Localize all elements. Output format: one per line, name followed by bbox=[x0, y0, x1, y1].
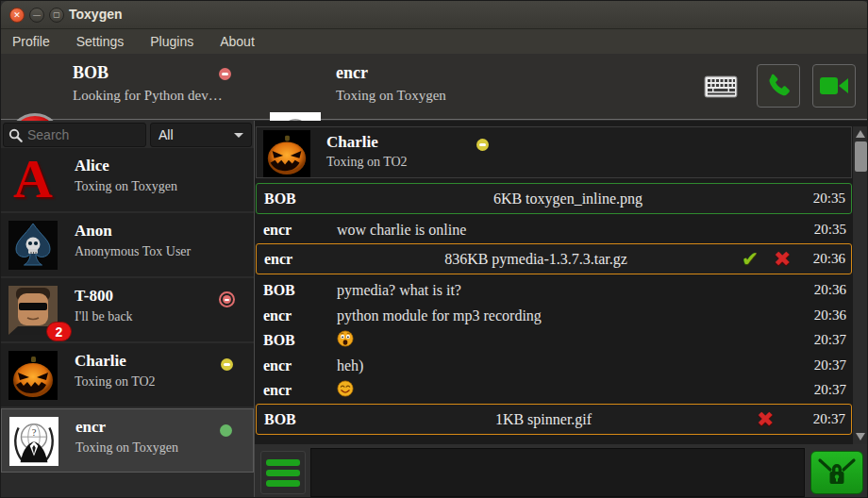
search-icon bbox=[8, 128, 23, 142]
message-time: 20:36 bbox=[798, 251, 851, 267]
message-time: 20:36 bbox=[799, 307, 852, 324]
contact-status-message: Toxing on Toxygen bbox=[75, 440, 178, 456]
accept-file-button[interactable]: ✔ bbox=[734, 249, 766, 270]
message-sender: BOB bbox=[257, 411, 338, 428]
contact-status-message: I'll be back bbox=[75, 309, 133, 324]
unread-count-badge: 2 bbox=[46, 322, 72, 341]
decline-file-button[interactable]: ✖ bbox=[766, 249, 798, 270]
message-row: encr heh) 20:37 bbox=[256, 353, 852, 378]
menu-about[interactable]: About bbox=[220, 34, 255, 49]
message-sender: BOB bbox=[256, 282, 337, 299]
audio-call-button[interactable] bbox=[757, 64, 800, 108]
menu-icon-bar bbox=[266, 480, 300, 487]
pumpkin-icon bbox=[8, 351, 58, 400]
phone-icon bbox=[764, 72, 793, 100]
self-name: BOB bbox=[73, 63, 108, 83]
svg-text:?: ? bbox=[32, 427, 37, 438]
contact-name: Alice bbox=[75, 157, 109, 175]
menu-profile[interactable]: Profile bbox=[12, 34, 50, 49]
pumpkin-icon bbox=[263, 130, 310, 177]
encr-avatar: ? bbox=[9, 417, 58, 466]
contact-name: Anon bbox=[75, 222, 112, 241]
active-contact-status-message: Toxing on Toxygen bbox=[336, 88, 446, 104]
contact-name: Charlie bbox=[75, 352, 126, 371]
chat-scrollbar[interactable] bbox=[853, 126, 868, 444]
message-sender: BOB bbox=[256, 332, 337, 349]
anonymous-avatar-icon: ? bbox=[9, 417, 58, 466]
message-input[interactable] bbox=[310, 448, 805, 497]
menu-settings[interactable]: Settings bbox=[76, 34, 125, 49]
titlebar[interactable]: ✕ — ▢ Toxygen bbox=[1, 1, 868, 29]
chat-area: Charlie Toxing on TO2 BOB 6KB toxygen_in… bbox=[254, 121, 868, 444]
header: B BOB Looking for Python dev… ? encr Tox… bbox=[1, 54, 868, 120]
contact-alice[interactable]: A Alice Toxing on Toxygen bbox=[1, 148, 254, 212]
message-emoji bbox=[337, 380, 799, 401]
window-title: Toxygen bbox=[69, 7, 123, 22]
attachments-menu-button[interactable] bbox=[260, 451, 306, 494]
menu-icon-bar bbox=[266, 470, 300, 476]
message-emoji bbox=[337, 330, 799, 351]
status-away-icon bbox=[221, 358, 233, 371]
video-call-button[interactable] bbox=[812, 64, 856, 108]
scared-emoji-icon bbox=[337, 330, 354, 347]
send-button[interactable] bbox=[810, 451, 863, 494]
minimize-window-icon[interactable]: — bbox=[29, 8, 44, 23]
smiling-emoji-icon bbox=[337, 380, 354, 397]
file-transfer-row: BOB 6KB toxygen_inline.png 20:35 bbox=[256, 183, 852, 214]
contact-status-message: Toxing on TO2 bbox=[75, 374, 156, 390]
alice-avatar-letter: A bbox=[8, 156, 58, 205]
menu-plugins[interactable]: Plugins bbox=[150, 34, 193, 49]
status-online-icon bbox=[220, 424, 232, 437]
message-row: BOB 20:37 bbox=[256, 327, 852, 353]
message-time: 20:35 bbox=[798, 191, 851, 207]
message-time: 20:37 bbox=[798, 411, 851, 427]
search-box[interactable] bbox=[3, 123, 146, 147]
menubar: Profile Settings Plugins About bbox=[1, 29, 868, 54]
toxygen-window: ✕ — ▢ Toxygen Profile Settings Plugins A… bbox=[0, 0, 868, 498]
scrollbar-thumb[interactable] bbox=[855, 141, 867, 172]
notification-status-message: Toxing on TO2 bbox=[326, 155, 408, 170]
friend-online-notification[interactable]: Charlie Toxing on TO2 bbox=[256, 126, 852, 178]
message-time: 20:36 bbox=[799, 282, 852, 298]
contact-encr[interactable]: ? encr Toxing on Toxygen bbox=[1, 408, 254, 473]
contact-charlie[interactable]: Charlie Toxing on TO2 bbox=[1, 343, 254, 407]
video-camera-icon bbox=[819, 74, 849, 98]
chevron-down-icon bbox=[234, 133, 243, 138]
message-time: 20:37 bbox=[799, 382, 852, 398]
keyboard-glyph bbox=[704, 75, 738, 98]
active-contact-name: encr bbox=[336, 63, 368, 83]
self-status-busy-icon[interactable] bbox=[219, 68, 231, 80]
message-text: python module for mp3 recording bbox=[337, 307, 799, 324]
message-row: BOB pymedia? what is it? 20:36 bbox=[256, 277, 852, 303]
message-sender: encr bbox=[257, 251, 338, 268]
composer bbox=[254, 444, 868, 498]
message-text: heh) bbox=[337, 357, 799, 374]
message-text: wow charlie is online bbox=[337, 222, 799, 239]
contact-filter-value: All bbox=[159, 127, 174, 142]
file-transfer-row: BOB 1KB spinner.gif ✖ 20:37 bbox=[256, 404, 852, 435]
self-status-message: Looking for Python dev… bbox=[73, 88, 222, 104]
close-window-icon[interactable]: ✕ bbox=[9, 8, 25, 23]
message-sender: encr bbox=[256, 357, 337, 374]
alice-avatar: A bbox=[8, 156, 58, 205]
contact-name: T-800 bbox=[75, 287, 113, 306]
message-sender: encr bbox=[256, 382, 337, 399]
charlie-avatar bbox=[263, 130, 310, 177]
notification-name: Charlie bbox=[326, 133, 378, 152]
message-sender: encr bbox=[256, 307, 337, 324]
cancel-file-button[interactable]: ✖ bbox=[749, 409, 781, 430]
contact-anon[interactable]: Anon Anonymous Tox User bbox=[1, 213, 254, 277]
message-sender: encr bbox=[256, 222, 337, 239]
charlie-avatar bbox=[8, 351, 58, 400]
file-transfer-label: 1KB spinner.gif bbox=[338, 411, 749, 428]
contact-t800[interactable]: T-800 I'll be back 2 bbox=[1, 278, 254, 342]
screen-keyboard-icon[interactable] bbox=[704, 75, 738, 102]
status-away-icon bbox=[476, 139, 489, 151]
scroll-down-icon[interactable] bbox=[856, 433, 865, 440]
maximize-window-icon[interactable]: ▢ bbox=[49, 8, 64, 23]
search-input[interactable] bbox=[27, 127, 141, 142]
message-row: encr wow charlie is online 20:35 bbox=[256, 217, 852, 242]
message-sender: BOB bbox=[257, 191, 338, 208]
scroll-up-icon[interactable] bbox=[856, 130, 865, 138]
contact-filter-dropdown[interactable]: All bbox=[150, 123, 252, 147]
